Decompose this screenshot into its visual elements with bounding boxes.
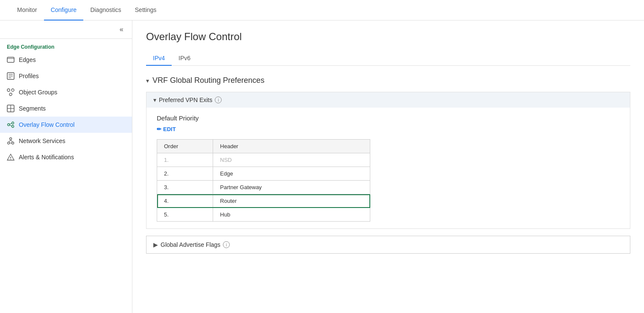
nav-settings[interactable]: Settings: [128, 0, 164, 20]
sidebar-collapse-area: «: [0, 20, 132, 39]
table-header-header: Header: [213, 140, 370, 153]
svg-point-18: [8, 142, 10, 144]
svg-line-16: [10, 125, 12, 126]
preferred-vpn-exits-label: Preferred VPN Exits: [159, 97, 212, 103]
edges-icon: [7, 56, 15, 64]
sidebar-item-object-groups-label: Object Groups: [19, 89, 125, 96]
sidebar-item-overlay-label: Overlay Flow Control: [19, 121, 125, 128]
svg-point-25: [10, 159, 11, 160]
svg-rect-0: [7, 57, 14, 62]
sidebar-item-alerts[interactable]: Alerts & Notifications: [0, 149, 132, 165]
table-header-order: Order: [157, 140, 213, 153]
priority-table: Order Header 1.NSD2.Edge3.Partner Gatewa…: [157, 139, 370, 222]
nav-monitor[interactable]: Monitor: [10, 0, 44, 20]
sidebar-collapse-button[interactable]: «: [116, 24, 127, 35]
sidebar-section-label: Edge Configuration: [0, 39, 132, 52]
svg-point-14: [12, 126, 14, 128]
sidebar-item-alerts-label: Alerts & Notifications: [19, 154, 125, 161]
table-row: 4.Router: [157, 194, 370, 208]
global-advertise-label: Global Advertise Flags: [161, 241, 220, 248]
sidebar-item-profiles-label: Profiles: [19, 73, 125, 79]
table-row: 2.Edge: [157, 167, 370, 181]
table-cell-order: 1.: [157, 153, 213, 167]
sidebar-item-segments-label: Segments: [19, 105, 125, 112]
default-priority-label: Default Priority: [157, 114, 620, 122]
table-cell-header: Hub: [213, 208, 370, 222]
table-row: 1.NSD: [157, 153, 370, 167]
svg-line-20: [9, 140, 11, 142]
table-cell-header: Partner Gateway: [213, 181, 370, 194]
sidebar-item-edges[interactable]: Edges: [0, 52, 132, 68]
svg-point-19: [12, 142, 14, 144]
preferred-vpn-exits-subsection: ▾ Preferred VPN Exits i Default Priority…: [146, 92, 630, 229]
object-groups-icon: [7, 88, 15, 96]
tabs: IPv4 IPv6: [146, 51, 630, 66]
table-row: 5.Hub: [157, 208, 370, 222]
sidebar-item-overlay-flow-control[interactable]: Overlay Flow Control: [0, 117, 132, 133]
top-nav: Monitor Configure Diagnostics Settings: [0, 0, 644, 20]
table-cell-header: NSD: [213, 153, 370, 167]
table-cell-order: 3.: [157, 181, 213, 194]
main-content: Overlay Flow Control IPv4 IPv6 ▾ VRF Glo…: [132, 20, 644, 313]
svg-line-21: [11, 140, 12, 142]
preferred-vpn-exits-header[interactable]: ▾ Preferred VPN Exits i: [146, 92, 630, 108]
sidebar-item-segments[interactable]: Segments: [0, 100, 132, 117]
svg-point-13: [12, 122, 14, 124]
global-advertise-info-icon[interactable]: i: [223, 241, 230, 248]
svg-line-15: [10, 123, 12, 124]
vrf-chevron-icon: ▾: [146, 77, 149, 84]
edit-button-label: EDIT: [163, 126, 176, 132]
sidebar-item-profiles[interactable]: Profiles: [0, 68, 132, 84]
table-row: 3.Partner Gateway: [157, 181, 370, 194]
table-cell-header: Edge: [213, 167, 370, 181]
subsection-body: Default Priority ✏ EDIT Order Header 1.N…: [146, 108, 630, 228]
svg-point-6: [7, 89, 10, 91]
page-title: Overlay Flow Control: [146, 31, 630, 43]
sidebar-item-network-services[interactable]: Network Services: [0, 133, 132, 149]
svg-point-7: [12, 89, 14, 91]
sidebar: « Edge Configuration Edges: [0, 20, 132, 313]
svg-point-8: [9, 93, 12, 96]
sidebar-item-network-services-label: Network Services: [19, 137, 125, 144]
segments-icon: [7, 105, 15, 112]
global-advertise-chevron-icon: ▶: [153, 241, 158, 248]
tab-ipv4[interactable]: IPv4: [146, 51, 172, 66]
preferred-vpn-info-icon[interactable]: i: [215, 97, 222, 103]
nav-configure[interactable]: Configure: [44, 0, 84, 20]
nav-diagnostics[interactable]: Diagnostics: [83, 0, 128, 20]
global-advertise-section: ▶ Global Advertise Flags i: [146, 236, 630, 254]
global-advertise-header[interactable]: ▶ Global Advertise Flags i: [146, 236, 630, 253]
svg-point-12: [8, 124, 10, 126]
main-layout: « Edge Configuration Edges: [0, 20, 644, 313]
table-cell-header: Router: [213, 194, 370, 208]
overlay-icon: [7, 121, 15, 129]
table-cell-order: 5.: [157, 208, 213, 222]
profiles-icon: [7, 72, 15, 80]
network-icon: [7, 137, 15, 145]
tab-ipv6[interactable]: IPv6: [172, 51, 197, 66]
table-cell-order: 4.: [157, 194, 213, 208]
vrf-section-header[interactable]: ▾ VRF Global Routing Preferences: [146, 76, 630, 85]
vrf-section-title: VRF Global Routing Preferences: [152, 76, 264, 85]
table-cell-order: 2.: [157, 167, 213, 181]
edit-button[interactable]: ✏ EDIT: [157, 126, 176, 132]
sidebar-item-object-groups[interactable]: Object Groups: [0, 84, 132, 100]
sidebar-item-edges-label: Edges: [19, 56, 125, 63]
svg-point-17: [10, 138, 12, 140]
preferred-vpn-chevron-icon: ▾: [153, 97, 156, 103]
alerts-icon: [7, 153, 15, 161]
edit-pencil-icon: ✏: [157, 126, 161, 132]
